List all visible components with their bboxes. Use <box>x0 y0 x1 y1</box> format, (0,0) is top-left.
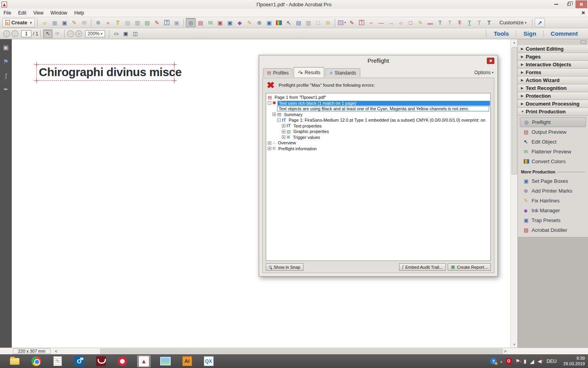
scroll-down-icon[interactable] <box>511 341 518 348</box>
add-printer-marks-icon[interactable]: ⊕ <box>254 18 264 27</box>
menu-item[interactable]: Help <box>71 9 88 17</box>
menu-item[interactable]: Edit <box>15 9 30 17</box>
eraser-icon[interactable]: ▬ <box>425 18 435 27</box>
convert-colors-icon[interactable] <box>274 18 284 27</box>
insert-text-icon[interactable]: T <box>435 18 445 27</box>
sidebar-panel-header[interactable]: ▶ Pages <box>518 53 588 61</box>
ink-manager-icon[interactable]: ◆ <box>235 18 245 27</box>
clock[interactable]: 9:39 29.03.2019 <box>563 356 585 367</box>
fit-page-icon[interactable]: ▣ <box>121 29 131 38</box>
text-note-icon[interactable]: T <box>474 18 484 27</box>
bookmarks-icon[interactable]: ⚑ <box>3 58 8 65</box>
set-page-boxes-icon[interactable]: ▣ <box>264 18 274 27</box>
save-icon[interactable]: ▦ <box>50 18 60 27</box>
hscroll-left-icon[interactable]: < <box>55 349 57 353</box>
panel-link[interactable]: Comment <box>544 30 585 37</box>
restore-button[interactable] <box>563 0 575 8</box>
tree-expander-icon[interactable]: - <box>277 118 281 122</box>
tree-expander-icon[interactable]: + <box>282 135 285 139</box>
panel-link[interactable]: Sign <box>516 30 543 37</box>
panel-options-icon[interactable] <box>581 40 586 44</box>
vertical-scroll-thumb[interactable] <box>512 47 517 175</box>
sidebar-tool[interactable]: ◎ Preflight <box>520 117 586 127</box>
sidebar-tool[interactable]: ▤ Acrobat Distiller <box>518 225 588 235</box>
network-signal-icon[interactable]: ◢ <box>530 358 534 364</box>
pages-icon[interactable]: ▣ <box>172 18 181 27</box>
trap-presets-icon[interactable]: ▣ <box>225 18 235 27</box>
color-swatch-icon[interactable] <box>337 18 347 27</box>
fix-hairlines-icon[interactable]: ✎ <box>245 18 254 27</box>
photos-icon[interactable] <box>159 355 172 367</box>
print-icon[interactable]: ▣ <box>60 18 69 27</box>
illustrator-icon[interactable]: Ai <box>180 355 194 367</box>
vertical-scrollbar[interactable] <box>510 39 517 348</box>
pencil-icon[interactable]: ✎ <box>416 18 425 27</box>
tree-expander-icon[interactable]: + <box>282 130 285 133</box>
menu-item[interactable]: Window <box>47 9 71 17</box>
callout-icon[interactable]: ⌐ <box>367 18 376 27</box>
sidebar-tool[interactable]: ✉ Flattener Preview <box>518 147 588 157</box>
divider[interactable] <box>183 19 184 27</box>
create-button[interactable]: Create <box>2 18 35 27</box>
opera-icon[interactable] <box>116 355 129 367</box>
strikethrough-text-icon[interactable]: T <box>455 18 465 27</box>
arrow-icon[interactable]: → <box>386 18 396 27</box>
panel-link[interactable]: Tools <box>486 30 516 37</box>
distiller-icon[interactable]: ⊖ <box>323 18 333 27</box>
page-number-input[interactable] <box>21 30 31 37</box>
sign-document-icon[interactable]: ✎ <box>69 18 79 27</box>
zoom-level-select[interactable]: 200% <box>85 30 105 37</box>
tree-row[interactable]: + ∴ Overview <box>268 140 490 146</box>
comment-bubble-icon[interactable]: ● <box>103 18 113 27</box>
dialog-tab[interactable]: ◆ Standards <box>325 68 360 77</box>
line-icon[interactable]: — <box>376 18 386 27</box>
sidebar-tool[interactable]: ✎ Fix Hairlines <box>518 196 588 206</box>
embed-audit-trail-button[interactable]: ∫ Embed Audit Trail... <box>399 263 446 271</box>
circle-icon[interactable]: ○ <box>396 18 406 27</box>
opera-tray-icon[interactable]: O <box>506 358 512 364</box>
dialog-tab[interactable]: ✔ Results <box>294 67 324 77</box>
page-thumbnails-icon[interactable]: ▣ <box>3 44 9 51</box>
sidebar-tool[interactable]: ↖ Edit Object <box>518 137 588 147</box>
edit-document-icon[interactable]: ✎ <box>152 18 162 27</box>
tree-row[interactable]: + ▧ Graphic properties <box>268 129 490 135</box>
language-indicator[interactable]: DEU <box>547 359 557 364</box>
sidebar-panel-header[interactable]: ▶ Forms <box>518 69 588 77</box>
reader-icon[interactable] <box>94 355 107 367</box>
optimize-pdf-icon[interactable]: ▥ <box>303 18 313 27</box>
outlook-icon[interactable]: O <box>73 355 86 367</box>
highlight-text-icon[interactable]: T <box>113 18 123 27</box>
dialog-tab[interactable]: ▤ Profiles <box>263 68 292 77</box>
help-icon[interactable]: ? <box>490 358 497 364</box>
minimize-button[interactable] <box>550 0 562 8</box>
power-icon[interactable]: ▮ <box>524 358 526 364</box>
replace-text-icon[interactable]: T <box>445 18 455 27</box>
two-page-view-icon[interactable]: ◫ <box>131 29 140 38</box>
tree-expander-icon[interactable]: + <box>272 113 276 116</box>
tree-expander-icon[interactable]: + <box>268 147 271 150</box>
tree-row[interactable]: + ℗ Preflight information <box>268 146 490 152</box>
flattener-preview-icon[interactable]: ✉ <box>205 18 215 27</box>
sidebar-panel-header[interactable]: ▶ Text Recognition <box>518 84 588 92</box>
export-file-icon[interactable]: ▤ <box>142 18 152 27</box>
tree-expander-icon[interactable]: + <box>268 141 271 145</box>
dialog-close-icon[interactable] <box>487 58 494 64</box>
sidebar-tool[interactable]: ⊕ Add Printer Marks <box>518 186 588 196</box>
menu-item[interactable]: File <box>0 9 15 17</box>
sidebar-tool[interactable]: ▣ Trap Presets <box>518 215 588 225</box>
tree-row[interactable]: + tT Text properties <box>268 123 490 129</box>
tree-row[interactable]: - tT Page 1: FiraSans-Medium 12.0 pt Typ… <box>268 117 490 123</box>
divider[interactable] <box>91 19 91 27</box>
sidebar-panel-header[interactable]: ▶ Interactive Objects <box>518 61 588 69</box>
sidebar-tool[interactable]: ▤ Output Preview <box>518 127 588 137</box>
edit-object-icon[interactable]: ↖ <box>284 18 294 27</box>
tree-expander-icon[interactable]: + <box>282 124 285 128</box>
customize-button[interactable]: Customize <box>499 20 526 26</box>
square-icon[interactable]: □ <box>406 18 416 27</box>
preflight-icon[interactable]: ◎ <box>186 18 196 27</box>
tree-row[interactable]: ▤ Page 1 from "Проект1.pdf" <box>268 95 490 100</box>
attachments-icon[interactable]: ∫ <box>5 72 7 79</box>
text-box-annot-icon[interactable]: T <box>357 18 367 27</box>
sidebar-panel-header[interactable]: ▶ Content Editing <box>518 45 588 53</box>
find-document-icon[interactable]: ▥ <box>132 18 142 27</box>
